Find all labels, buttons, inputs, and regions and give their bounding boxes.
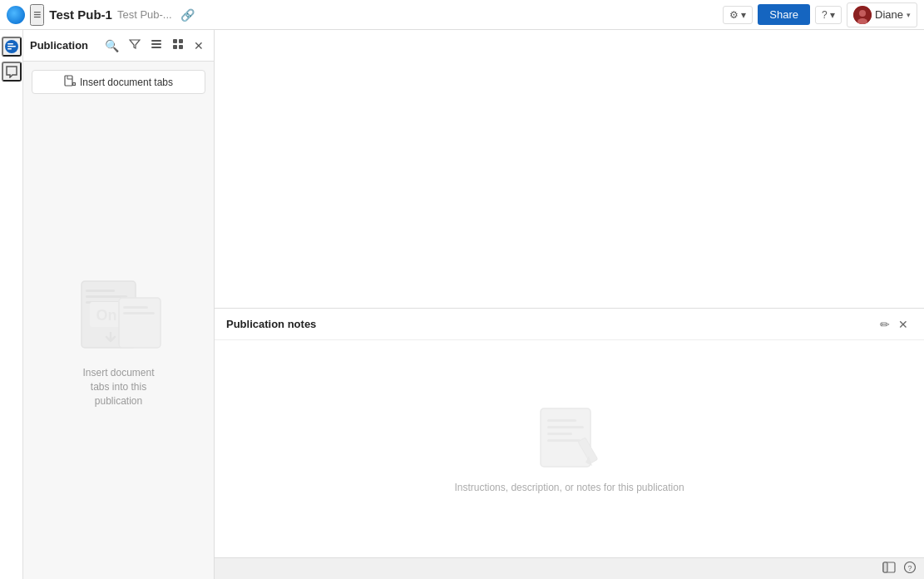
pub-title: Test Pub-1 xyxy=(49,7,112,22)
content-area: Publication notes ✏ ✕ xyxy=(215,30,924,579)
panel-search-button[interactable]: 🔍 xyxy=(101,37,122,54)
user-dropdown-arrow: ▾ xyxy=(907,11,911,19)
hamburger-button[interactable]: ≡ xyxy=(30,4,44,26)
comments-icon-button[interactable] xyxy=(2,62,22,82)
panel-close-button[interactable]: ✕ xyxy=(190,37,207,54)
svg-rect-27 xyxy=(547,426,584,428)
user-avatar xyxy=(853,6,872,24)
user-menu-button[interactable]: Diane ▾ xyxy=(847,2,917,27)
svg-rect-29 xyxy=(547,439,581,442)
panel-grid-view-button[interactable] xyxy=(169,37,187,54)
insert-document-tabs-button[interactable]: Insert document tabs xyxy=(32,70,205,94)
svg-rect-25 xyxy=(541,408,590,467)
empty-state-text: Insert document tabs into this publicati… xyxy=(82,366,154,408)
svg-rect-26 xyxy=(547,419,576,422)
svg-rect-9 xyxy=(151,47,161,48)
panel-filter-button[interactable] xyxy=(126,37,144,54)
svg-rect-12 xyxy=(173,45,177,49)
notes-panel: Publication notes ✏ ✕ xyxy=(215,308,924,557)
svg-rect-28 xyxy=(547,433,572,435)
svg-rect-23 xyxy=(123,306,148,309)
notes-empty-text: Instructions, description, or notes for … xyxy=(454,482,684,493)
svg-rect-14 xyxy=(65,76,72,86)
svg-rect-13 xyxy=(179,45,183,49)
svg-rect-4 xyxy=(7,43,13,45)
svg-rect-24 xyxy=(123,312,155,314)
settings-button[interactable]: ⚙ ▾ xyxy=(723,6,753,24)
topbar-actions: ⚙ ▾ Share ? ▾ Diane ▾ xyxy=(723,2,917,27)
panel-empty-state: On Insert document tabs into this public… xyxy=(52,102,185,579)
svg-rect-32 xyxy=(883,562,887,572)
svg-rect-7 xyxy=(151,40,161,42)
publications-icon-button[interactable] xyxy=(2,37,22,57)
document-preview xyxy=(215,30,924,308)
main-layout: Publication 🔍 ✕ xyxy=(0,30,924,579)
svg-rect-22 xyxy=(119,298,161,348)
app-logo xyxy=(7,6,25,24)
svg-rect-11 xyxy=(179,39,183,43)
share-button[interactable]: Share xyxy=(758,4,810,25)
user-name: Diane xyxy=(875,8,903,21)
svg-text:?: ? xyxy=(907,564,912,572)
publication-panel: Publication 🔍 ✕ xyxy=(23,30,215,579)
side-icon-strip xyxy=(0,30,23,579)
help-group: ? ▾ xyxy=(815,6,842,24)
insert-doc-icon xyxy=(64,75,76,89)
notes-content: Instructions, description, or notes for … xyxy=(215,340,924,557)
bottom-bar: ? xyxy=(215,557,924,579)
panel-title: Publication xyxy=(30,39,98,52)
copy-link-button[interactable]: 🔗 xyxy=(177,7,198,23)
expand-panel-button[interactable] xyxy=(881,560,897,577)
pub-empty-illustration: On xyxy=(69,273,169,356)
notes-title: Publication notes xyxy=(226,318,876,330)
notes-empty-illustration xyxy=(532,404,607,473)
svg-rect-6 xyxy=(7,48,12,50)
insert-tabs-label: Insert document tabs xyxy=(80,77,173,88)
settings-group: ⚙ ▾ xyxy=(723,6,753,24)
help-button[interactable]: ? ▾ xyxy=(815,6,842,24)
topbar: ≡ Test Pub-1 Test Pub-... 🔗 ⚙ ▾ Share ? … xyxy=(0,0,924,30)
svg-point-1 xyxy=(859,10,866,17)
svg-rect-8 xyxy=(151,43,161,45)
pub-subtitle: Test Pub-... xyxy=(117,8,172,21)
help-icon-button[interactable]: ? xyxy=(902,560,917,577)
svg-rect-17 xyxy=(86,290,115,292)
panel-header: Publication 🔍 ✕ xyxy=(23,30,214,62)
notes-header: Publication notes ✏ ✕ xyxy=(215,309,924,340)
svg-rect-10 xyxy=(173,39,177,43)
notes-close-button[interactable]: ✕ xyxy=(894,316,912,333)
svg-text:On: On xyxy=(96,307,116,324)
panel-content: Insert document tabs On xyxy=(23,62,214,579)
panel-list-view-button[interactable] xyxy=(147,37,166,54)
notes-edit-button[interactable]: ✏ xyxy=(876,316,894,333)
svg-rect-5 xyxy=(7,46,16,47)
